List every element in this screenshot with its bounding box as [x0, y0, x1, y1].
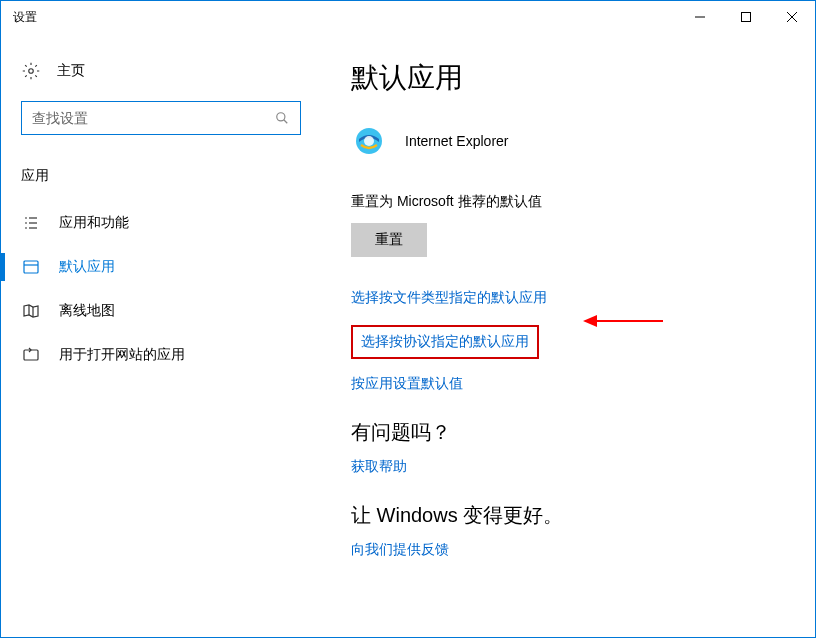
sidebar-item-offline-maps[interactable]: 离线地图: [1, 289, 321, 333]
titlebar: 设置: [1, 1, 815, 33]
search-icon: [274, 110, 290, 126]
home-label: 主页: [57, 62, 85, 80]
svg-rect-17: [24, 350, 38, 360]
link-by-protocol[interactable]: 选择按协议指定的默认应用: [361, 333, 529, 351]
svg-line-6: [284, 120, 288, 124]
window-title: 设置: [13, 9, 677, 26]
search-box[interactable]: [21, 101, 301, 135]
window-controls: [677, 1, 815, 33]
gear-icon: [21, 61, 41, 81]
svg-rect-1: [742, 13, 751, 22]
close-button[interactable]: [769, 1, 815, 33]
sidebar-item-label: 用于打开网站的应用: [59, 346, 185, 364]
highlighted-link-box: 选择按协议指定的默认应用: [351, 325, 539, 359]
map-icon: [21, 301, 41, 321]
minimize-button[interactable]: [677, 1, 723, 33]
sidebar: 主页 应用: [1, 33, 321, 637]
page-title: 默认应用: [351, 59, 795, 97]
sidebar-item-label: 默认应用: [59, 258, 115, 276]
home-link[interactable]: 主页: [1, 53, 321, 89]
main-content: 默认应用 Internet Explorer 重置为 Microsoft 推荐的…: [321, 33, 815, 637]
reset-label: 重置为 Microsoft 推荐的默认值: [351, 193, 795, 211]
help-heading: 有问题吗？: [351, 419, 795, 446]
sidebar-item-label: 离线地图: [59, 302, 115, 320]
svg-rect-13: [24, 261, 38, 273]
svg-point-19: [364, 136, 374, 146]
feedback-link[interactable]: 向我们提供反馈: [351, 541, 795, 559]
sidebar-item-website-apps[interactable]: 用于打开网站的应用: [1, 333, 321, 377]
link-by-filetype[interactable]: 选择按文件类型指定的默认应用: [351, 289, 795, 307]
svg-point-5: [277, 113, 285, 121]
default-browser-name: Internet Explorer: [405, 133, 509, 149]
sidebar-section-title: 应用: [1, 159, 321, 193]
defaults-icon: [21, 257, 41, 277]
ie-icon: [351, 123, 387, 159]
default-browser-block[interactable]: Internet Explorer: [351, 117, 795, 165]
list-icon: [21, 213, 41, 233]
feedback-heading: 让 Windows 变得更好。: [351, 502, 795, 529]
help-link[interactable]: 获取帮助: [351, 458, 795, 476]
link-by-app[interactable]: 按应用设置默认值: [351, 375, 795, 393]
sidebar-item-apps-features[interactable]: 应用和功能: [1, 201, 321, 245]
maximize-button[interactable]: [723, 1, 769, 33]
sidebar-item-default-apps[interactable]: 默认应用: [1, 245, 321, 289]
sidebar-item-label: 应用和功能: [59, 214, 129, 232]
link-icon: [21, 345, 41, 365]
svg-point-4: [29, 69, 34, 74]
search-input[interactable]: [32, 110, 274, 126]
reset-button[interactable]: 重置: [351, 223, 427, 257]
